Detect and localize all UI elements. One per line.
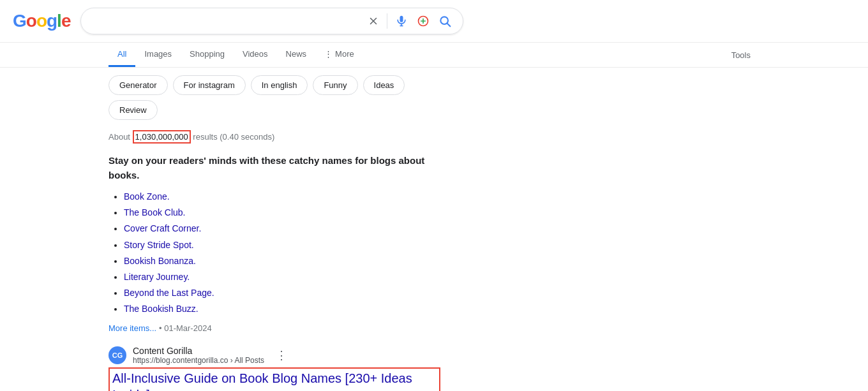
list-item: Bookish Bonanza. xyxy=(124,253,440,269)
list-item-link[interactable]: Cover Craft Corner. xyxy=(124,223,201,233)
tab-images[interactable]: Images xyxy=(135,43,181,67)
chip-in-english[interactable]: In english xyxy=(251,75,308,95)
list-item: Story Stride Spot. xyxy=(124,237,440,253)
tab-videos[interactable]: Videos xyxy=(234,43,277,67)
list-item: Cover Craft Corner. xyxy=(124,221,440,237)
result-title-link[interactable]: All-Inclusive Guide on Book Blog Names [… xyxy=(112,371,412,392)
result-title: All-Inclusive Guide on Book Blog Names [… xyxy=(108,367,440,392)
tab-all[interactable]: All xyxy=(108,43,135,67)
results-count-number: 1,030,000,000 xyxy=(133,130,191,144)
tools-button[interactable]: Tools xyxy=(722,44,760,66)
chip-for-instagram[interactable]: For instagram xyxy=(173,75,246,95)
chip-generator[interactable]: Generator xyxy=(108,75,168,95)
header: Google book blog names xyxy=(0,0,868,43)
result-options-button[interactable]: ⋮ xyxy=(276,350,287,361)
results-prefix: About xyxy=(108,132,133,142)
list-item-link[interactable]: The Book Club. xyxy=(124,207,186,218)
tab-news-label: News xyxy=(286,49,307,59)
svg-rect-2 xyxy=(400,16,403,22)
lens-button[interactable] xyxy=(415,13,431,29)
tab-more-label: More xyxy=(335,49,354,59)
result-site-text: Content Gorilla https://blog.contentgori… xyxy=(133,346,264,365)
snippet-heading: Stay on your readers' minds with these c… xyxy=(108,154,440,182)
result-url-link[interactable]: https://blog.contentgorilla.co › All Pos… xyxy=(133,356,264,365)
list-item-link[interactable]: Literary Journey. xyxy=(124,272,190,282)
list-item: Beyond the Last Page. xyxy=(124,285,440,301)
result-site-name: Content Gorilla xyxy=(133,346,264,356)
list-item: Book Zone. xyxy=(124,189,440,205)
result-favicon: CG xyxy=(108,346,126,364)
search-bar: book blog names xyxy=(80,8,463,34)
google-logo[interactable]: Google xyxy=(13,11,70,31)
snippet-list: Book Zone. The Book Club. Cover Craft Co… xyxy=(108,189,440,318)
more-items-date: • 01-Mar-2024 xyxy=(159,323,212,333)
divider xyxy=(387,13,387,29)
chips-row: Generator For instagram In english Funny… xyxy=(108,75,440,120)
list-item: The Bookish Buzz. xyxy=(124,301,440,317)
result-site-info: CG Content Gorilla https://blog.contentg… xyxy=(108,346,440,365)
search-button[interactable] xyxy=(437,13,453,29)
clear-button[interactable] xyxy=(366,14,380,28)
more-items-link[interactable]: More items... xyxy=(108,323,156,333)
search-bar-icons xyxy=(366,13,453,29)
chip-ideas[interactable]: Ideas xyxy=(363,75,405,95)
chip-review[interactable]: Review xyxy=(108,100,158,120)
svg-line-7 xyxy=(447,24,451,27)
tab-shopping[interactable]: Shopping xyxy=(181,43,234,67)
list-item: Literary Journey. xyxy=(124,269,440,285)
chip-funny[interactable]: Funny xyxy=(313,75,357,95)
list-item: The Book Club. xyxy=(124,205,440,221)
more-items-row: More items... • 01-Mar-2024 xyxy=(108,323,440,333)
voice-search-button[interactable] xyxy=(394,13,409,29)
featured-snippet: Stay on your readers' minds with these c… xyxy=(108,154,440,333)
search-input[interactable]: book blog names xyxy=(91,15,361,27)
list-item-link[interactable]: Beyond the Last Page. xyxy=(124,288,214,298)
list-item-link[interactable]: Bookish Bonanza. xyxy=(124,256,196,266)
favicon-text: CG xyxy=(112,351,123,359)
search-result: CG Content Gorilla https://blog.contentg… xyxy=(108,346,440,392)
list-item-link[interactable]: Book Zone. xyxy=(124,191,170,202)
tab-news[interactable]: News xyxy=(277,43,316,67)
main-content: Generator For instagram In english Funny… xyxy=(0,68,549,391)
result-url: https://blog.contentgorilla.co › All Pos… xyxy=(133,356,264,365)
tab-more[interactable]: ⋮ More xyxy=(315,43,363,67)
list-item-link[interactable]: Story Stride Spot. xyxy=(124,240,194,250)
results-suffix: results (0.40 seconds) xyxy=(191,132,275,142)
list-item-link[interactable]: The Bookish Buzz. xyxy=(124,304,198,314)
more-icon: ⋮ xyxy=(324,49,333,59)
nav-tabs: All Images Shopping Videos News ⋮ More T… xyxy=(0,43,868,68)
results-count: About 1,030,000,000 results (0.40 second… xyxy=(108,130,440,144)
